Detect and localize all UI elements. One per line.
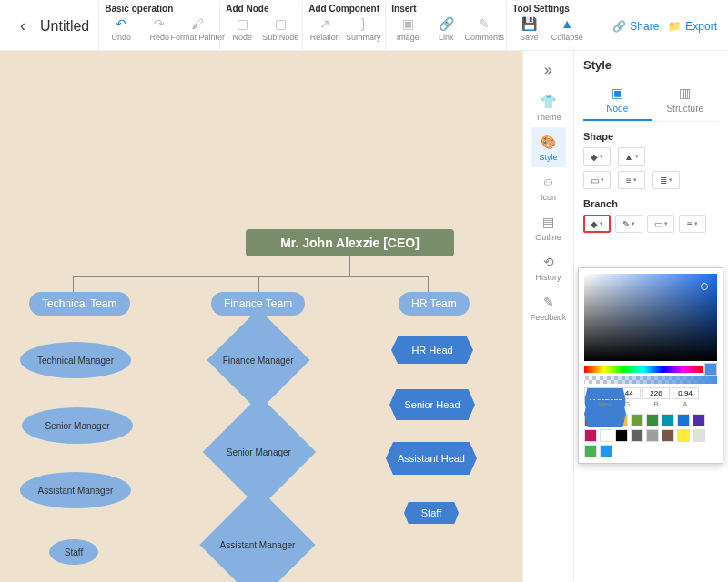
format-painter-label: Format Painter: [170, 33, 225, 42]
swatch[interactable]: [662, 414, 674, 426]
shape-line-style-control[interactable]: ≡: [618, 171, 645, 189]
node-tab-icon: ▣: [609, 85, 625, 101]
alpha-slider[interactable]: [584, 376, 717, 384]
group-title: Basic operation: [105, 4, 214, 14]
a-input[interactable]: [672, 387, 699, 399]
branch-title-hr[interactable]: HR Team: [399, 292, 470, 316]
node-technical-manager[interactable]: Technical Manager: [20, 342, 131, 378]
branch-border-control[interactable]: ▭: [647, 215, 674, 233]
shape-bg-control[interactable]: ▲: [618, 147, 645, 166]
node-senior-head[interactable]: Senior Head: [389, 389, 475, 420]
topbar: ‹ Untitled Basic operation↶Undo↷Redo🖌For…: [0, 0, 728, 51]
node-senior-manager-1[interactable]: Senior Manager: [22, 407, 133, 444]
swatch[interactable]: [677, 414, 690, 426]
branch-stroke-control[interactable]: ✎: [615, 215, 642, 233]
comments-icon: ✎: [476, 15, 492, 32]
back-button[interactable]: ‹: [13, 13, 33, 39]
collapse-label: Collapse: [551, 33, 583, 42]
branch-line-control[interactable]: ≡: [679, 215, 706, 233]
toolbar-group-add-component: Add Component↗Relation}Summary: [302, 2, 385, 50]
document-title[interactable]: Untitled: [40, 18, 89, 35]
save-button[interactable]: 💾Save: [512, 15, 545, 42]
link-button[interactable]: 🔗Link: [430, 15, 462, 42]
swatch[interactable]: [677, 429, 690, 442]
swatch[interactable]: [631, 414, 643, 426]
node-assistant-manager-2[interactable]: Assistant Manager: [199, 487, 315, 582]
node-hr-head[interactable]: HR Head: [391, 336, 473, 364]
export-button[interactable]: 📁Export: [668, 20, 717, 33]
style-label: Style: [539, 153, 557, 162]
swatch[interactable]: [646, 429, 659, 442]
comments-label: Comments: [465, 33, 505, 42]
color-picker[interactable]: Hex R G B A: [578, 267, 723, 464]
shape-line-weight-control[interactable]: ≣: [652, 171, 680, 189]
history-label: History: [535, 273, 561, 282]
shape-fill-control[interactable]: ◆: [583, 147, 611, 166]
summary-button[interactable]: }Summary: [347, 15, 379, 42]
image-button[interactable]: ▣Image: [391, 15, 424, 42]
sidebar-item-theme[interactable]: 👕Theme: [531, 87, 567, 127]
canvas[interactable]: Mr. John Alexzie [CEO] Technical Team Fi…: [0, 51, 522, 582]
export-icon: 📁: [668, 20, 682, 33]
branch-title-technical[interactable]: Technical Team: [29, 292, 130, 316]
share-icon: 🔗: [612, 20, 626, 33]
history-icon: ⟲: [540, 253, 558, 271]
b-input[interactable]: [642, 387, 670, 399]
swatch[interactable]: [584, 445, 597, 457]
relation-button[interactable]: ↗Relation: [308, 15, 341, 42]
swatch[interactable]: [600, 445, 612, 457]
swatch[interactable]: [584, 429, 597, 442]
hue-slider[interactable]: [584, 366, 703, 373]
sub-node-icon: ▢: [272, 15, 288, 32]
swatch[interactable]: [615, 429, 628, 442]
tab-node[interactable]: ▣Node: [583, 79, 652, 121]
image-icon: ▣: [399, 15, 416, 32]
collapse-icon: ▲: [559, 15, 575, 32]
tab-structure[interactable]: ▥Structure: [652, 79, 720, 121]
swatch[interactable]: [631, 429, 643, 442]
style-panel: Style ▣Node ▥Structure Shape ◆ ▲ ▭ ≡ ≣ B…: [573, 51, 728, 582]
right-sidebar: » 👕Theme🎨Style☺Icon▤Outline⟲History✎Feed…: [522, 51, 573, 582]
undo-button[interactable]: ↶Undo: [105, 15, 137, 42]
collapse-button[interactable]: ▲Collapse: [551, 15, 583, 42]
icon-icon: ☺: [540, 173, 558, 191]
format-painter-button[interactable]: 🖌Format Painter: [181, 15, 214, 42]
sidebar-item-feedback[interactable]: ✎Feedback: [531, 287, 567, 327]
group-title: Insert: [391, 4, 500, 14]
node-button[interactable]: ▢Node: [226, 15, 258, 42]
swatch[interactable]: [693, 429, 705, 442]
toolbar-group-insert: Insert▣Image🔗Link✎Comments: [385, 2, 506, 50]
sidebar-item-history[interactable]: ⟲History: [531, 247, 567, 287]
icon-label: Icon: [541, 193, 556, 202]
sub-node-label: Sub Node: [262, 33, 298, 42]
collapse-panel-icon[interactable]: »: [541, 58, 556, 82]
swatch[interactable]: [662, 429, 674, 442]
root-node[interactable]: Mr. John Alexzie [CEO]: [246, 229, 454, 256]
undo-label: Undo: [111, 33, 131, 42]
color-preview: [704, 363, 717, 376]
node-staff-3[interactable]: Staff: [404, 502, 459, 524]
node-staff-1[interactable]: Staff: [49, 539, 98, 565]
undo-icon: ↶: [113, 15, 129, 32]
feedback-icon: ✎: [540, 293, 558, 311]
share-button[interactable]: 🔗Share: [612, 20, 659, 33]
link-label: Link: [439, 33, 454, 42]
node-assistant-manager-1[interactable]: Assistant Manager: [20, 472, 131, 508]
comments-button[interactable]: ✎Comments: [468, 15, 500, 42]
color-gradient-area[interactable]: [584, 274, 717, 361]
sub-node-button[interactable]: ▢Sub Node: [264, 15, 297, 42]
color-cursor[interactable]: [701, 283, 708, 290]
node-assistant-head[interactable]: Assistant Head: [386, 442, 477, 475]
branch-fill-control[interactable]: ◆: [583, 215, 611, 233]
sidebar-item-icon[interactable]: ☺Icon: [531, 167, 567, 207]
outline-icon: ▤: [540, 213, 558, 231]
swatch[interactable]: [693, 414, 705, 426]
shape-border-control[interactable]: ▭: [583, 171, 611, 189]
sidebar-item-style[interactable]: 🎨Style: [531, 127, 567, 167]
toolbar-group-add-node: Add Node▢Node▢Sub Node: [219, 2, 302, 50]
save-icon: 💾: [521, 15, 537, 32]
swatch[interactable]: [600, 429, 612, 442]
shape-section-title: Shape: [583, 131, 719, 142]
sidebar-item-outline[interactable]: ▤Outline: [531, 207, 567, 247]
swatch[interactable]: [646, 414, 659, 426]
